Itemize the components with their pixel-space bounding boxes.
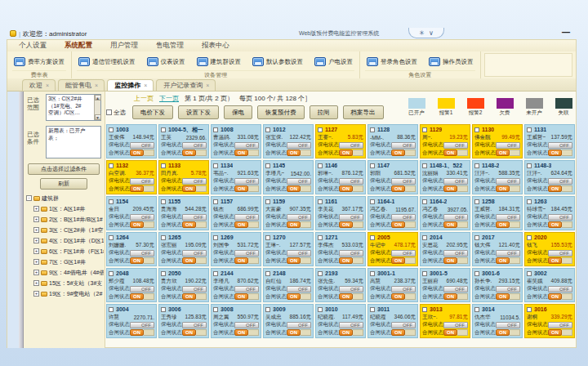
switch-on-state[interactable]: ON: [443, 257, 457, 264]
power-status-switch[interactable]: OFF: [339, 142, 363, 149]
switch-off-state[interactable]: OFF: [443, 250, 468, 257]
menu-tab[interactable]: 报表中心: [202, 41, 229, 51]
tree-item[interactable]: + 3区：C区2#井（1#空: [26, 225, 104, 235]
meter-card[interactable]: 1133 田丹真. 5.78元 保电状态 OFF 合闸状态 ON: [158, 160, 209, 194]
switch-on-state[interactable]: ON: [391, 150, 405, 156]
switch-off-state[interactable]: OFF: [443, 178, 468, 185]
switch-on-state[interactable]: ON: [234, 293, 248, 300]
gate-status-switch[interactable]: ON: [496, 150, 520, 156]
gate-status-switch[interactable]: ON: [287, 293, 311, 300]
meter-card[interactable]: 2050 贵方欣 190.22元 保电状态 OFF 合闸状态 ON: [158, 268, 209, 302]
scroll-up-icon[interactable]: ▲: [95, 95, 101, 100]
gate-status-switch[interactable]: ON: [339, 185, 363, 192]
power-status-switch[interactable]: OFF: [391, 214, 416, 221]
next-page-link[interactable]: 下一页: [159, 94, 179, 103]
power-status-switch[interactable]: OFF: [182, 250, 207, 257]
minimize-button[interactable]: —: [562, 28, 570, 38]
card-checkbox[interactable]: [422, 127, 427, 132]
switch-off-state[interactable]: OFF: [287, 322, 311, 328]
gate-status-switch[interactable]: ON: [287, 221, 311, 228]
card-checkbox[interactable]: [161, 127, 166, 132]
gate-status-switch[interactable]: ON: [130, 150, 154, 156]
meter-card[interactable]: 1003 王俊伟 148.94元 保电状态 OFF 合闸状态 ON: [106, 124, 157, 158]
gate-status-switch[interactable]: ON: [391, 257, 416, 264]
toolbar-button[interactable]: 电价下发: [132, 105, 173, 119]
gate-status-switch[interactable]: ON: [496, 329, 520, 336]
switch-off-state[interactable]: OFF: [182, 178, 207, 185]
switch-off-state[interactable]: OFF: [339, 322, 363, 328]
switch-off-state[interactable]: OFF: [496, 178, 520, 185]
gate-status-switch[interactable]: ON: [287, 257, 311, 264]
power-status-switch[interactable]: OFF: [443, 250, 468, 257]
switch-off-state[interactable]: OFF: [182, 250, 207, 257]
switch-on-state[interactable]: ON: [548, 221, 562, 228]
card-checkbox[interactable]: [474, 199, 479, 204]
card-checkbox[interactable]: [318, 307, 323, 312]
ribbon-button[interactable]: 仪表设置: [145, 56, 187, 68]
switch-off-state[interactable]: OFF: [548, 178, 572, 185]
ribbon-button[interactable]: 操作员设置: [427, 56, 475, 68]
gate-status-switch[interactable]: ON: [130, 185, 154, 192]
meter-card[interactable]: 3009 吴成忠 885.16元 保电状态 OFF 合闸状态 ON: [263, 304, 314, 338]
gate-status-switch[interactable]: ON: [548, 293, 572, 300]
card-checkbox[interactable]: [265, 199, 270, 204]
switch-on-state[interactable]: ON: [234, 221, 248, 228]
toolbar-button[interactable]: 保电: [224, 105, 252, 119]
meter-card[interactable]: 1265 张宏丽 195.09元 保电状态 OFF 合闸状态 ON: [158, 232, 209, 266]
range-scrollbar[interactable]: ▲ ▼: [94, 95, 100, 120]
card-checkbox[interactable]: [213, 235, 218, 240]
gate-status-switch[interactable]: ON: [182, 329, 207, 336]
switch-off-state[interactable]: OFF: [339, 142, 363, 149]
card-checkbox[interactable]: [474, 163, 479, 168]
meter-card[interactable]: 2148 自红仙 186.74元 保电状态 OFF 合闸状态 ON: [263, 268, 314, 302]
card-checkbox[interactable]: [109, 235, 114, 240]
meter-card[interactable]: 1129 周~. 19.23元 保电状态 OFF 合闸状态 ON: [420, 124, 470, 158]
switch-on-state[interactable]: ON: [496, 293, 510, 300]
tree-item[interactable]: + 19区：9#变电站（2#: [26, 288, 104, 299]
switch-on-state[interactable]: ON: [443, 185, 457, 192]
card-checkbox[interactable]: [527, 127, 532, 132]
switch-on-state[interactable]: ON: [182, 150, 196, 156]
meter-card[interactable]: 1012 张宝保. 122.42元 保电状态 OFF 合闸状态 ON: [263, 124, 314, 158]
power-status-switch[interactable]: OFF: [287, 322, 311, 328]
meter-card[interactable]: 2017 钱大伟 121.40元 保电状态 OFF 合闸状态 ON: [472, 232, 523, 266]
tree-item[interactable]: + 15区：5#支站（3#支: [26, 278, 104, 288]
meter-card[interactable]: 3002 崔笑娥 409.88元 保电状态 OFF 合闸状态 ON: [524, 268, 575, 302]
gate-status-switch[interactable]: ON: [287, 150, 311, 156]
switch-off-state[interactable]: OFF: [339, 214, 363, 221]
switch-off-state[interactable]: OFF: [391, 214, 416, 221]
power-status-switch[interactable]: OFF: [182, 286, 207, 292]
toolbar-button[interactable]: 档案导出: [343, 105, 384, 119]
power-status-switch[interactable]: OFF: [234, 214, 259, 221]
switch-on-state[interactable]: ON: [130, 329, 144, 336]
gate-status-switch[interactable]: ON: [548, 150, 572, 156]
card-checkbox[interactable]: [318, 235, 323, 240]
switch-off-state[interactable]: OFF: [391, 178, 416, 185]
power-status-switch[interactable]: OFF: [496, 286, 520, 292]
power-status-switch[interactable]: OFF: [548, 178, 572, 185]
close-icon[interactable]: ×: [144, 83, 147, 88]
menu-tab[interactable]: 售电管理: [156, 41, 184, 51]
card-checkbox[interactable]: [109, 271, 114, 276]
switch-off-state[interactable]: OFF: [130, 286, 154, 292]
gate-status-switch[interactable]: ON: [548, 221, 572, 228]
gate-status-switch[interactable]: ON: [339, 329, 363, 336]
switch-off-state[interactable]: OFF: [234, 214, 259, 221]
ribbon-button[interactable]: 户电设置: [313, 56, 354, 68]
meter-card[interactable]: 2005 牛记中 478.17元 保电状态 OFF 合闸状态 ON: [368, 232, 418, 266]
meter-card[interactable]: 1132 白空调. 36.37元 保电状态 OFF 合闸状态 ON: [106, 160, 157, 194]
switch-off-state[interactable]: OFF: [391, 142, 416, 149]
power-status-switch[interactable]: OFF: [234, 250, 259, 257]
switch-on-state[interactable]: ON: [391, 293, 405, 300]
choose-filter-button[interactable]: 点击选择过滤条件: [28, 163, 100, 175]
switch-off-state[interactable]: OFF: [130, 250, 154, 257]
switch-off-state[interactable]: OFF: [443, 214, 468, 221]
meter-card[interactable]: 1270 王琳~. 127.57元 保电状态 OFF 合闸状态 ON: [263, 232, 314, 266]
power-status-switch[interactable]: OFF: [391, 142, 416, 149]
tree-item[interactable]: + 6区：F区1#井（F区1#: [26, 246, 104, 257]
switch-off-state[interactable]: OFF: [548, 322, 572, 328]
switch-on-state[interactable]: ON: [548, 293, 562, 300]
card-checkbox[interactable]: [109, 163, 114, 168]
card-checkbox[interactable]: [527, 271, 532, 276]
document-tab[interactable]: 欢迎 ×: [22, 79, 56, 91]
